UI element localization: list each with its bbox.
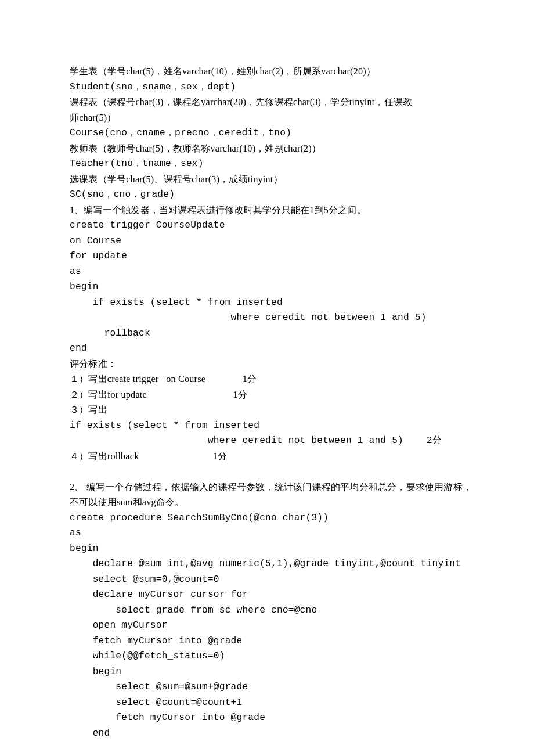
text-line: 师char(5)） xyxy=(70,110,464,126)
text-line: Course(cno，cname，precno，ceredit，tno) xyxy=(70,125,464,141)
text-line: 课程表（课程号char(3)，课程名varchar(20)，先修课程char(3… xyxy=(70,95,464,110)
text-line: begin xyxy=(70,664,464,680)
text-line: ４）写出rollback 1分 xyxy=(70,449,464,465)
text-line: while(@@fetch_status=0) xyxy=(70,649,464,664)
text-line: 教师表（教师号char(5)，教师名称varchar(10)，姓别char(2)… xyxy=(70,141,464,157)
text-line: select grade from sc where cno=@cno xyxy=(70,603,464,618)
text-line: fetch myCursor into @grade xyxy=(70,710,464,726)
text-line: create procedure SearchSumByCno(@cno cha… xyxy=(70,510,464,526)
text-line: 不可以使用sum和avg命令。 xyxy=(70,495,464,510)
text-line: 选课表（学号char(5)、课程号char(3)，成绩tinyint） xyxy=(70,172,464,188)
text-line: for update xyxy=(70,249,464,264)
text-line: declare @sum int,@avg numeric(5,1),@grad… xyxy=(70,556,464,572)
text-line: as xyxy=(70,525,464,541)
text-line: 评分标准： xyxy=(70,357,464,372)
text-line: if exists (select * from inserted xyxy=(70,295,464,311)
text-line: declare myCursor cursor for xyxy=(70,587,464,603)
text-line: 学生表（学号char(5)，姓名varchar(10)，姓别char(2)，所属… xyxy=(70,64,464,80)
text-line: as xyxy=(70,264,464,280)
text-line: １）写出create trigger on Course 1分 xyxy=(70,372,464,387)
text-line: if exists (select * from inserted xyxy=(70,418,464,434)
text-line: select @sum=0,@count=0 xyxy=(70,572,464,588)
text-line: ３）写出 xyxy=(70,402,464,418)
text-line: open myCursor xyxy=(70,618,464,633)
text-line: fetch myCursor into @grade xyxy=(70,633,464,649)
text-line: on Course xyxy=(70,233,464,249)
text-line: rollback xyxy=(70,326,464,341)
text-line: select @count=@count+1 xyxy=(70,695,464,711)
text-line: begin xyxy=(70,279,464,295)
text-line: Teacher(tno，tname，sex) xyxy=(70,156,464,172)
text-line: Student(sno，sname，sex，dept) xyxy=(70,80,464,95)
text-line: create trigger CourseUpdate xyxy=(70,218,464,233)
text-line: begin xyxy=(70,541,464,557)
text-line: select @sum=@sum+@grade xyxy=(70,679,464,695)
text-line: SC(sno，cno，grade) xyxy=(70,187,464,203)
text-line: end xyxy=(70,726,464,741)
text-line: 1、编写一个触发器，当对课程表进行修改时其学分只能在1到5分之间。 xyxy=(70,203,464,218)
document-page: 学生表（学号char(5)，姓名varchar(10)，姓别char(2)，所属… xyxy=(0,0,534,756)
text-line: 2、 编写一个存储过程，依据输入的课程号参数，统计该门课程的平均分和总分，要求使… xyxy=(70,480,464,495)
text-line xyxy=(70,464,464,480)
text-line: where ceredit not between 1 and 5) xyxy=(70,310,464,326)
document-body: 学生表（学号char(5)，姓名varchar(10)，姓别char(2)，所属… xyxy=(70,64,464,741)
text-line: ２）写出for update 1分 xyxy=(70,387,464,403)
text-line: end xyxy=(70,341,464,357)
text-line: where ceredit not between 1 and 5) 2分 xyxy=(70,433,464,449)
